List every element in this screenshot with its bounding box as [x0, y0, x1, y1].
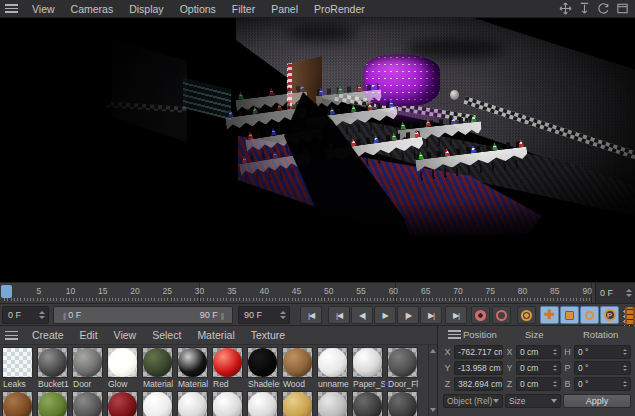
material-item[interactable] — [352, 391, 385, 416]
hamburger-icon[interactable] — [448, 330, 461, 339]
material-scrollbar[interactable] — [428, 345, 437, 416]
position-value-field[interactable]: 382.694 cm — [454, 377, 503, 391]
material-name: Material — [177, 378, 210, 389]
material-item[interactable] — [177, 391, 210, 416]
key-scale-button[interactable] — [560, 306, 579, 324]
timeline-ruler[interactable]: 051015202530354045505560657075808590 0 F — [0, 282, 635, 304]
toggle-layout-icon[interactable] — [616, 2, 629, 15]
menubar-item[interactable]: Cameras — [63, 0, 122, 18]
pan-icon[interactable] — [559, 2, 572, 15]
material-menu-item[interactable]: Material — [189, 326, 242, 344]
material-item[interactable]: Shadeles — [247, 347, 280, 389]
transport-button[interactable]: |◀ — [328, 306, 350, 324]
autokey-button[interactable] — [492, 306, 511, 324]
scene-party-hat — [318, 87, 325, 96]
material-item[interactable]: Material — [177, 347, 210, 389]
keyframe-selection-button[interactable] — [517, 306, 536, 324]
menubar-item[interactable]: Options — [172, 0, 224, 18]
record-keyframe-button[interactable] — [471, 306, 490, 324]
material-thumbnail — [177, 391, 208, 416]
size-value-field[interactable]: 0 cm — [516, 361, 561, 375]
material-item[interactable] — [2, 391, 35, 416]
preview-range-slider[interactable]: || 0 F 90 F || — [53, 306, 233, 324]
menubar-item[interactable]: Filter — [224, 0, 263, 18]
key-rotation-button[interactable] — [580, 306, 599, 324]
material-thumbnail — [107, 391, 138, 416]
current-frame-field[interactable]: 0 F — [2, 306, 49, 324]
transport-button[interactable]: ▶ — [374, 306, 396, 324]
material-thumbnail — [142, 391, 173, 416]
material-item[interactable]: Red — [212, 347, 245, 389]
transport-button[interactable]: |▶ — [397, 306, 419, 324]
coordinate-mode-dropdown[interactable]: Object (Rel) — [443, 394, 503, 408]
material-item[interactable] — [387, 391, 420, 416]
material-menu-item[interactable]: Select — [144, 326, 189, 344]
autokey-icon — [496, 310, 507, 321]
material-thumbnail — [317, 391, 348, 416]
material-menu-item[interactable]: View — [106, 326, 145, 344]
menubar-item[interactable]: ProRender — [306, 0, 373, 18]
position-value-field[interactable]: -762.717 cm — [454, 345, 503, 359]
apply-button[interactable]: Apply — [563, 394, 631, 408]
timeline-playhead[interactable] — [1, 285, 12, 298]
position-value-field[interactable]: -13.958 cm — [454, 361, 503, 375]
scroll-up-icon[interactable] — [430, 349, 436, 353]
material-menu-bar: CreateEditViewSelectMaterialTexture — [0, 326, 437, 345]
rotation-value-field[interactable]: 0 ° — [574, 361, 631, 375]
material-item[interactable]: Paper_S — [352, 347, 385, 389]
scroll-down-icon[interactable] — [430, 408, 436, 412]
material-item[interactable]: Material — [142, 347, 175, 389]
size-value-field[interactable]: 0 cm — [516, 345, 561, 359]
key-position-button[interactable]: ✚ — [540, 306, 559, 324]
menubar-item[interactable]: View — [24, 0, 63, 18]
rotate-icon[interactable] — [597, 2, 610, 15]
go-to-end-button[interactable]: ▶| — [445, 306, 467, 324]
hamburger-icon[interactable] — [5, 4, 18, 13]
material-item[interactable] — [212, 391, 245, 416]
size-header: Size — [525, 329, 583, 340]
viewport-3d-scene[interactable] — [0, 18, 635, 282]
timeline-tick-label: 65 — [421, 286, 430, 296]
dolly-icon[interactable] — [578, 2, 591, 15]
range-start-handle[interactable]: || — [60, 311, 68, 320]
material-item[interactable]: unname — [317, 347, 350, 389]
material-menu-item[interactable]: Edit — [72, 326, 106, 344]
material-menu-item[interactable]: Texture — [243, 326, 293, 344]
size-mode-dropdown[interactable]: Size — [505, 394, 561, 408]
frame-display-field[interactable]: 0 F — [595, 283, 635, 303]
menubar-item[interactable]: Panel — [263, 0, 306, 18]
timeline-tick-label: 35 — [227, 286, 236, 296]
material-menu-item[interactable]: Create — [24, 326, 72, 344]
timeline-tick-label: 5 — [35, 286, 43, 296]
rotation-value-field[interactable]: 0 ° — [574, 345, 631, 359]
material-item[interactable] — [317, 391, 350, 416]
size-value-field[interactable]: 0 cm — [516, 377, 561, 391]
transport-button[interactable]: ▶| — [420, 306, 442, 324]
transport-button[interactable]: ◀| — [351, 306, 373, 324]
material-item[interactable]: Leaks — [2, 347, 35, 389]
hamburger-icon[interactable] — [5, 331, 18, 340]
material-item[interactable] — [37, 391, 70, 416]
rotation-value-field[interactable]: 0 ° — [574, 377, 631, 391]
material-item[interactable] — [142, 391, 175, 416]
material-item[interactable]: Door — [72, 347, 105, 389]
material-item[interactable] — [72, 391, 105, 416]
material-item[interactable]: Door_Fl — [387, 347, 420, 389]
material-item[interactable] — [107, 391, 140, 416]
material-thumbnail — [2, 391, 33, 416]
scene-party-hat — [350, 138, 357, 147]
range-end-handle[interactable]: || — [218, 311, 226, 320]
key-parameter-button[interactable]: P — [600, 306, 619, 324]
go-to-start-button[interactable]: |◀ — [300, 306, 322, 324]
material-item[interactable]: Bucket1 — [37, 347, 70, 389]
end-frame-field[interactable]: 90 F — [238, 306, 290, 324]
menubar-item[interactable]: Display — [121, 0, 171, 18]
material-item[interactable]: Wood — [282, 347, 315, 389]
rotation-key-icon — [585, 311, 594, 320]
material-item[interactable]: Glow — [107, 347, 140, 389]
size-axis-label: Y — [505, 363, 514, 373]
timeline-layers-icon[interactable] — [625, 307, 635, 325]
material-item[interactable] — [282, 391, 315, 416]
material-item[interactable] — [247, 391, 280, 416]
viewport-menu-bar: ViewCamerasDisplayOptionsFilterPanelProR… — [0, 0, 635, 18]
